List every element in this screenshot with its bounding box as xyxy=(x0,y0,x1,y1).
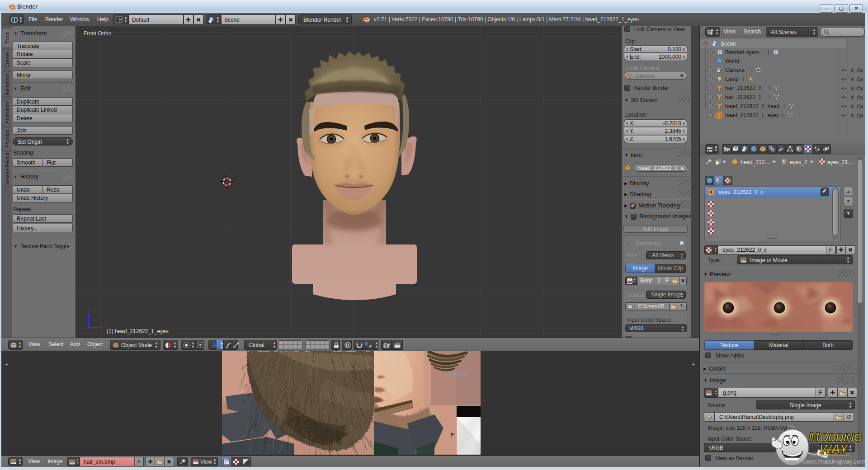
svg-text:z: z xyxy=(87,307,90,312)
svg-text:M: M xyxy=(808,430,820,444)
svg-text:WAY: WAY xyxy=(820,442,849,456)
svg-text:x: x xyxy=(104,322,107,327)
svg-text:www.moddingway.com: www.moddingway.com xyxy=(802,458,866,465)
